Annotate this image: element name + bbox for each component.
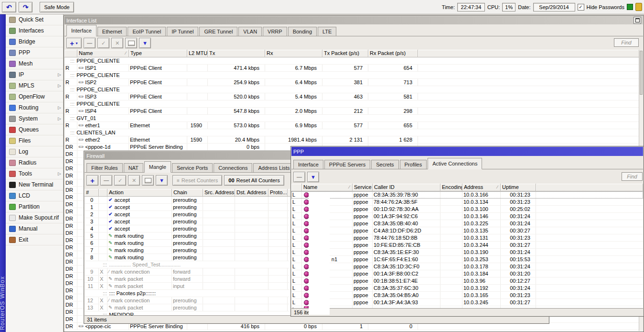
remove-button[interactable]: — (293, 172, 305, 182)
column-header-chain[interactable]: Chain (172, 189, 203, 197)
interface-list-tab-lte[interactable]: LTE (318, 27, 336, 36)
sidebar-item-system[interactable]: System▷ (6, 113, 63, 124)
column-header-blank[interactable] (291, 184, 302, 191)
firewall-tab-connections[interactable]: Connections (214, 163, 252, 172)
table-row[interactable]: R«»ISP2PPPoE Client254.9 kbps6.4 Mbps381… (64, 79, 643, 86)
sidebar-item-mpls[interactable]: MPLS▷ (6, 80, 63, 91)
ppp-connection-row[interactable]: LacpppoeC8:3A:35:0B:40:4010.0.3.22500:31… (291, 220, 643, 227)
comment-row[interactable]: :::GVT_01 (64, 115, 643, 122)
column-header-src-address[interactable]: Src. Address (203, 189, 235, 197)
ppp-tab-secrets[interactable]: Secrets (371, 160, 398, 169)
column-header-rx-packet-p-s[interactable]: Rx Packet (p/s) (368, 50, 418, 57)
ppp-tab-active-connections[interactable]: Active Connections (428, 158, 482, 169)
comment-row[interactable]: :::CLIENTES_LAN (64, 129, 643, 136)
comment-button[interactable] (142, 175, 154, 186)
ppp-connection-row[interactable]: Lacpppoe00:1D:92:7B:30:AA10.0.3.10000:25… (291, 206, 643, 213)
column-header-tx-packet-p-s[interactable]: Tx Packet (p/s) (322, 50, 368, 57)
interface-list-tab-vlan[interactable]: VLAN (238, 27, 262, 36)
column-header-encoding[interactable]: Encoding (440, 184, 462, 191)
table-row[interactable]: R«»ISP1PPPoE Client471.4 kbps6.7 Mbps577… (64, 65, 643, 72)
find-button[interactable]: Find (614, 38, 639, 47)
ppp-connection-row[interactable]: LarpppoeC8:3A:35:1D:3C:F010.0.3.17800:31… (291, 263, 643, 270)
filter-button[interactable]: ▼ (307, 172, 319, 182)
disable-button[interactable]: ✕ (128, 175, 140, 186)
ppp-tab-pppoe-servers[interactable]: PPPoE Servers (324, 160, 370, 169)
interface-list-tab-eoip-tunnel[interactable]: EoIP Tunnel (128, 27, 166, 36)
comment-row[interactable]: :::PPPOE_CLIENTE (64, 57, 643, 65)
firewall-tab-nat[interactable]: NAT (124, 163, 143, 172)
sidebar-item-log[interactable]: Log (6, 146, 63, 157)
column-header-action[interactable]: Action (107, 189, 172, 197)
sidebar-item-interfaces[interactable]: Interfaces (6, 25, 63, 36)
ppp-connection-row[interactable]: Lbrpppoe00:1A:3F:A4:3A:9310.0.3.24500:31… (291, 299, 643, 306)
restore-window-button[interactable] (633, 17, 641, 24)
column-header-dst-address[interactable]: Dst. Address (235, 189, 268, 197)
sidebar-item-ip[interactable]: IP▷ (6, 69, 63, 80)
comment-row[interactable]: :::PPPOE_CLIENTE (64, 86, 643, 93)
column-header-address[interactable]: Address∕ (462, 184, 501, 191)
hide-passwords-checkbox[interactable]: ✓ (578, 4, 584, 11)
sidebar-item-exit[interactable]: Exit (6, 234, 63, 245)
add-button[interactable]: +▼ (66, 38, 82, 48)
ppp-connection-row[interactable]: L1cpppoeC8:3A:35:39:7B:9010.0.3.16600:31… (291, 191, 643, 199)
comment-row[interactable]: :::PPPOE_CLIENTE (64, 100, 643, 108)
safe-mode-button[interactable]: Safe Mode (40, 2, 74, 12)
filter-button[interactable]: ▼ (139, 38, 151, 48)
scrollbar-thumb[interactable] (640, 51, 643, 95)
column-header-tx[interactable]: Tx (208, 50, 265, 57)
sidebar-item-quick-set[interactable]: Quick Set (6, 14, 63, 25)
sidebar-item-partition[interactable]: Partition (6, 201, 63, 212)
firewall-tab-address-lists[interactable]: Address Lists (253, 163, 294, 172)
remove-button[interactable]: — (100, 175, 112, 186)
reset-counters-button[interactable]: ≡ Reset Counters (172, 175, 222, 186)
column-header-blank[interactable] (99, 189, 107, 197)
ppp-tab-profiles[interactable]: Profiles (400, 160, 427, 169)
ppp-connection-row[interactable]: LarpppoeC8:3A:35:1E:EF:3010.0.3.19000:31… (291, 249, 643, 256)
enable-button[interactable]: ✓ (114, 175, 126, 186)
column-header-type[interactable]: Type (129, 50, 187, 57)
interface-list-tab-vrrp[interactable]: VRRP (263, 27, 287, 36)
sidebar-item-bridge[interactable]: Bridge (6, 36, 63, 47)
column-header-rx[interactable]: Rx (265, 50, 322, 57)
ppp-connection-row[interactable]: LbrpppoeC8:3A:35:37:6C:3010.0.3.19200:31… (291, 285, 643, 292)
ppp-connection-row[interactable]: Larpppoe10:FE:ED:85:7E:CB10.0.3.24400:31… (291, 242, 643, 249)
interface-list-titlebar[interactable]: Interface List (64, 16, 643, 24)
ppp-connection-row[interactable]: Larn1pppoe1C:6F:65:F4:E1:6010.0.3.25300:… (291, 256, 643, 263)
table-row[interactable]: R«»ISP3PPPoE Client520.0 kbps5.4 Mbps463… (64, 93, 643, 100)
sidebar-item-files[interactable]: Files (6, 135, 63, 146)
column-header-name[interactable]: Name∕ (302, 184, 353, 191)
table-row[interactable]: R«»ether1Ethernet1590573.0 kbps6.9 Mbps5… (64, 122, 643, 129)
interface-list-tab-ethernet[interactable]: Ethernet (97, 27, 127, 36)
remove-button[interactable]: — (84, 38, 96, 48)
sidebar-item-openflow[interactable]: OpenFlow (6, 91, 63, 102)
firewall-tab-service-ports[interactable]: Service Ports (172, 163, 213, 172)
column-header-l2-mtu[interactable]: L2 MTU (187, 50, 208, 57)
column-header-name[interactable]: Name∕ (77, 50, 129, 57)
column-header-proto[interactable]: Proto... (268, 189, 288, 197)
ppp-connection-row[interactable]: LacpppoeC4:A8:1D:DF:D6:2D10.0.3.13500:30… (291, 227, 643, 234)
enable-button[interactable]: ✓ (97, 38, 109, 48)
comment-button[interactable] (125, 38, 137, 48)
add-button[interactable]: + (86, 175, 98, 186)
sidebar-item-ppp[interactable]: PPP (6, 47, 63, 58)
column-header-caller-id[interactable]: Caller ID (373, 184, 440, 191)
ppp-connection-row[interactable]: LbrpppoeC8:3A:35:04:B5:A010.0.3.16500:31… (291, 292, 643, 299)
redo-button[interactable]: ↷ (19, 2, 33, 12)
sidebar-item-mesh[interactable]: Mesh (6, 58, 63, 69)
interface-list-tab-ip-tunnel[interactable]: IP Tunnel (167, 27, 198, 36)
undo-button[interactable]: ↶ (2, 2, 16, 12)
ppp-connection-row[interactable]: Larpppoe00:1A:3F:B8:00:C210.0.3.18400:31… (291, 270, 643, 277)
column-header-service[interactable]: Service (353, 184, 373, 191)
sidebar-item-radius[interactable]: Radius (6, 157, 63, 168)
column-header-uptime[interactable]: Uptime (501, 184, 536, 191)
ppp-titlebar[interactable]: PPP (291, 147, 643, 156)
table-row[interactable]: DR«»<pppoe-cicPPPoE Server Binding416 bp… (64, 323, 643, 330)
firewall-tab-mangle[interactable]: Mangle (144, 161, 171, 173)
sidebar-item-make-supout-rif[interactable]: Make Supout.rif (6, 212, 63, 223)
interface-list-tab-bonding[interactable]: Bonding (288, 27, 317, 36)
table-row[interactable]: R«»ISP4PPPoE Client547.8 kbps2.0 Mbps212… (64, 108, 643, 115)
comment-row[interactable]: :::PPPOE_CLIENTE (64, 72, 643, 79)
ppp-connection-row[interactable]: Lacpppoe78:44:76:2A:3B:5F10.0.3.13400:31… (291, 199, 643, 206)
ppp-connection-row[interactable]: Lbepppoe00:1B:38:51:E7:4E10.0.3.9600:12:… (291, 277, 643, 285)
interface-list-tab-gre-tunnel[interactable]: GRE Tunnel (199, 27, 237, 36)
